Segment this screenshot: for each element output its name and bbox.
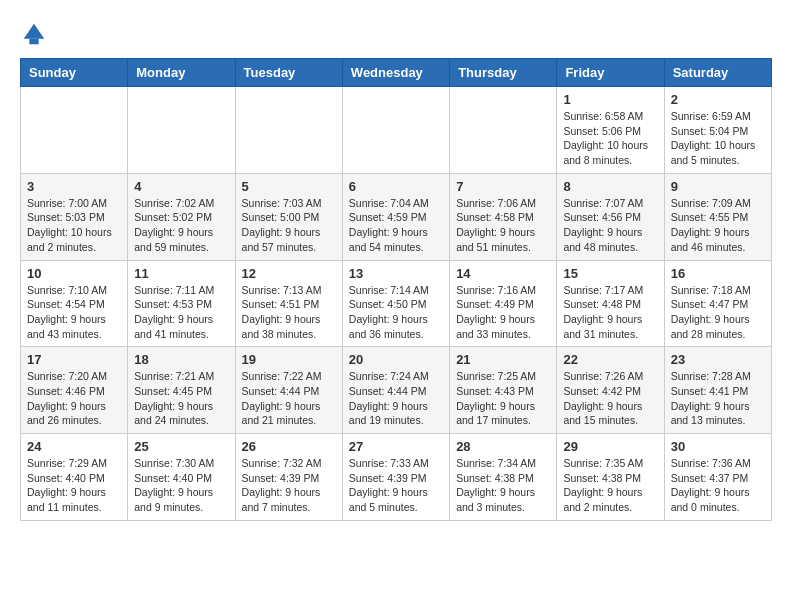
- calendar-week-1: 1Sunrise: 6:58 AM Sunset: 5:06 PM Daylig…: [21, 87, 772, 174]
- day-number: 17: [27, 352, 121, 367]
- calendar-cell: 27Sunrise: 7:33 AM Sunset: 4:39 PM Dayli…: [342, 434, 449, 521]
- day-number: 2: [671, 92, 765, 107]
- day-info: Sunrise: 7:03 AM Sunset: 5:00 PM Dayligh…: [242, 196, 336, 255]
- day-number: 15: [563, 266, 657, 281]
- calendar-cell: 30Sunrise: 7:36 AM Sunset: 4:37 PM Dayli…: [664, 434, 771, 521]
- day-number: 25: [134, 439, 228, 454]
- calendar-cell: [342, 87, 449, 174]
- day-info: Sunrise: 7:18 AM Sunset: 4:47 PM Dayligh…: [671, 283, 765, 342]
- logo-icon: [20, 20, 48, 48]
- day-number: 14: [456, 266, 550, 281]
- svg-rect-1: [29, 39, 38, 45]
- calendar-cell: 17Sunrise: 7:20 AM Sunset: 4:46 PM Dayli…: [21, 347, 128, 434]
- day-info: Sunrise: 7:33 AM Sunset: 4:39 PM Dayligh…: [349, 456, 443, 515]
- calendar-cell: 20Sunrise: 7:24 AM Sunset: 4:44 PM Dayli…: [342, 347, 449, 434]
- calendar-week-4: 17Sunrise: 7:20 AM Sunset: 4:46 PM Dayli…: [21, 347, 772, 434]
- calendar-cell: 1Sunrise: 6:58 AM Sunset: 5:06 PM Daylig…: [557, 87, 664, 174]
- weekday-header-saturday: Saturday: [664, 59, 771, 87]
- day-info: Sunrise: 7:09 AM Sunset: 4:55 PM Dayligh…: [671, 196, 765, 255]
- day-number: 4: [134, 179, 228, 194]
- day-info: Sunrise: 7:25 AM Sunset: 4:43 PM Dayligh…: [456, 369, 550, 428]
- calendar-cell: 8Sunrise: 7:07 AM Sunset: 4:56 PM Daylig…: [557, 173, 664, 260]
- day-number: 6: [349, 179, 443, 194]
- day-number: 19: [242, 352, 336, 367]
- calendar-cell: 2Sunrise: 6:59 AM Sunset: 5:04 PM Daylig…: [664, 87, 771, 174]
- page-header: [20, 20, 772, 48]
- day-number: 11: [134, 266, 228, 281]
- calendar-cell: 3Sunrise: 7:00 AM Sunset: 5:03 PM Daylig…: [21, 173, 128, 260]
- weekday-header-monday: Monday: [128, 59, 235, 87]
- svg-marker-0: [24, 24, 45, 39]
- calendar-cell: 26Sunrise: 7:32 AM Sunset: 4:39 PM Dayli…: [235, 434, 342, 521]
- calendar-week-5: 24Sunrise: 7:29 AM Sunset: 4:40 PM Dayli…: [21, 434, 772, 521]
- day-number: 28: [456, 439, 550, 454]
- calendar-cell: [235, 87, 342, 174]
- day-info: Sunrise: 7:11 AM Sunset: 4:53 PM Dayligh…: [134, 283, 228, 342]
- weekday-header-friday: Friday: [557, 59, 664, 87]
- day-info: Sunrise: 7:28 AM Sunset: 4:41 PM Dayligh…: [671, 369, 765, 428]
- day-number: 1: [563, 92, 657, 107]
- calendar-week-2: 3Sunrise: 7:00 AM Sunset: 5:03 PM Daylig…: [21, 173, 772, 260]
- day-number: 9: [671, 179, 765, 194]
- day-number: 18: [134, 352, 228, 367]
- day-info: Sunrise: 7:07 AM Sunset: 4:56 PM Dayligh…: [563, 196, 657, 255]
- calendar-cell: 18Sunrise: 7:21 AM Sunset: 4:45 PM Dayli…: [128, 347, 235, 434]
- day-number: 24: [27, 439, 121, 454]
- calendar-cell: 11Sunrise: 7:11 AM Sunset: 4:53 PM Dayli…: [128, 260, 235, 347]
- day-number: 22: [563, 352, 657, 367]
- day-number: 12: [242, 266, 336, 281]
- calendar-cell: 22Sunrise: 7:26 AM Sunset: 4:42 PM Dayli…: [557, 347, 664, 434]
- calendar-cell: 21Sunrise: 7:25 AM Sunset: 4:43 PM Dayli…: [450, 347, 557, 434]
- day-info: Sunrise: 7:00 AM Sunset: 5:03 PM Dayligh…: [27, 196, 121, 255]
- day-number: 7: [456, 179, 550, 194]
- calendar-cell: 23Sunrise: 7:28 AM Sunset: 4:41 PM Dayli…: [664, 347, 771, 434]
- calendar-cell: 5Sunrise: 7:03 AM Sunset: 5:00 PM Daylig…: [235, 173, 342, 260]
- day-number: 8: [563, 179, 657, 194]
- day-number: 29: [563, 439, 657, 454]
- day-info: Sunrise: 7:06 AM Sunset: 4:58 PM Dayligh…: [456, 196, 550, 255]
- day-number: 3: [27, 179, 121, 194]
- calendar-cell: 12Sunrise: 7:13 AM Sunset: 4:51 PM Dayli…: [235, 260, 342, 347]
- weekday-header-thursday: Thursday: [450, 59, 557, 87]
- day-info: Sunrise: 6:59 AM Sunset: 5:04 PM Dayligh…: [671, 109, 765, 168]
- day-info: Sunrise: 7:36 AM Sunset: 4:37 PM Dayligh…: [671, 456, 765, 515]
- day-number: 20: [349, 352, 443, 367]
- calendar-cell: 14Sunrise: 7:16 AM Sunset: 4:49 PM Dayli…: [450, 260, 557, 347]
- day-number: 27: [349, 439, 443, 454]
- calendar-cell: 9Sunrise: 7:09 AM Sunset: 4:55 PM Daylig…: [664, 173, 771, 260]
- day-number: 10: [27, 266, 121, 281]
- day-number: 13: [349, 266, 443, 281]
- day-info: Sunrise: 7:17 AM Sunset: 4:48 PM Dayligh…: [563, 283, 657, 342]
- logo: [20, 20, 52, 48]
- weekday-header-sunday: Sunday: [21, 59, 128, 87]
- calendar-cell: 13Sunrise: 7:14 AM Sunset: 4:50 PM Dayli…: [342, 260, 449, 347]
- day-number: 16: [671, 266, 765, 281]
- day-info: Sunrise: 7:02 AM Sunset: 5:02 PM Dayligh…: [134, 196, 228, 255]
- calendar-cell: [450, 87, 557, 174]
- day-info: Sunrise: 7:29 AM Sunset: 4:40 PM Dayligh…: [27, 456, 121, 515]
- calendar-cell: 24Sunrise: 7:29 AM Sunset: 4:40 PM Dayli…: [21, 434, 128, 521]
- weekday-header-wednesday: Wednesday: [342, 59, 449, 87]
- calendar-cell: 7Sunrise: 7:06 AM Sunset: 4:58 PM Daylig…: [450, 173, 557, 260]
- calendar-cell: 28Sunrise: 7:34 AM Sunset: 4:38 PM Dayli…: [450, 434, 557, 521]
- day-number: 21: [456, 352, 550, 367]
- day-info: Sunrise: 7:10 AM Sunset: 4:54 PM Dayligh…: [27, 283, 121, 342]
- calendar-header: SundayMondayTuesdayWednesdayThursdayFrid…: [21, 59, 772, 87]
- calendar-cell: 19Sunrise: 7:22 AM Sunset: 4:44 PM Dayli…: [235, 347, 342, 434]
- calendar-cell: 29Sunrise: 7:35 AM Sunset: 4:38 PM Dayli…: [557, 434, 664, 521]
- day-number: 30: [671, 439, 765, 454]
- day-info: Sunrise: 7:21 AM Sunset: 4:45 PM Dayligh…: [134, 369, 228, 428]
- calendar-cell: 16Sunrise: 7:18 AM Sunset: 4:47 PM Dayli…: [664, 260, 771, 347]
- day-info: Sunrise: 7:16 AM Sunset: 4:49 PM Dayligh…: [456, 283, 550, 342]
- day-info: Sunrise: 7:26 AM Sunset: 4:42 PM Dayligh…: [563, 369, 657, 428]
- calendar-cell: 4Sunrise: 7:02 AM Sunset: 5:02 PM Daylig…: [128, 173, 235, 260]
- calendar-body: 1Sunrise: 6:58 AM Sunset: 5:06 PM Daylig…: [21, 87, 772, 521]
- day-number: 23: [671, 352, 765, 367]
- day-info: Sunrise: 7:34 AM Sunset: 4:38 PM Dayligh…: [456, 456, 550, 515]
- day-info: Sunrise: 7:20 AM Sunset: 4:46 PM Dayligh…: [27, 369, 121, 428]
- calendar-cell: 10Sunrise: 7:10 AM Sunset: 4:54 PM Dayli…: [21, 260, 128, 347]
- weekday-header-tuesday: Tuesday: [235, 59, 342, 87]
- calendar-cell: 25Sunrise: 7:30 AM Sunset: 4:40 PM Dayli…: [128, 434, 235, 521]
- day-number: 5: [242, 179, 336, 194]
- day-info: Sunrise: 7:13 AM Sunset: 4:51 PM Dayligh…: [242, 283, 336, 342]
